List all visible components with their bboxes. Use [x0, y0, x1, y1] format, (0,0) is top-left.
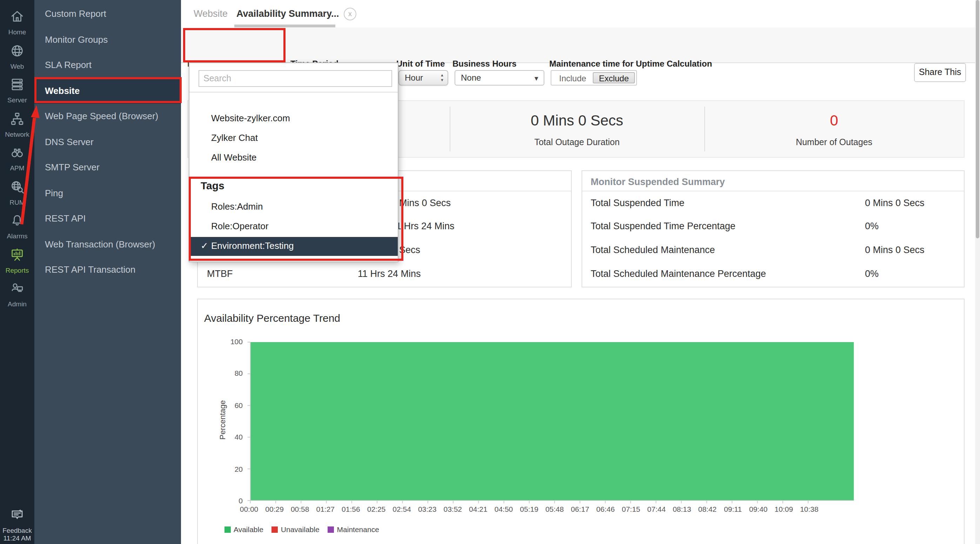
rail-item-rum[interactable]: RUM — [0, 176, 34, 209]
divider — [189, 92, 398, 92]
y-tick-label: 100 — [223, 337, 243, 346]
availability-row-label: MTBF — [207, 268, 233, 279]
suspended-row-label: Total Scheduled Maintenance — [591, 245, 715, 255]
sidebar-item-sla-report[interactable]: SLA Report — [34, 52, 181, 78]
x-tick-label: 03:52 — [440, 505, 465, 513]
rail-item-server[interactable]: Server — [0, 74, 34, 108]
rail-item-web[interactable]: Web — [0, 40, 34, 74]
dropdown-tag-item[interactable]: Roles:Admin — [189, 198, 398, 216]
rail-item-alarms[interactable]: Alarms — [0, 209, 34, 244]
x-tick-label: 04:50 — [491, 505, 516, 513]
tags-section-header: Tags — [200, 179, 224, 191]
reports-icon — [10, 247, 25, 265]
sidebar-item-monitor-groups[interactable]: Monitor Groups — [34, 27, 181, 52]
scrollbar-thumb[interactable] — [976, 0, 979, 238]
x-tick-label: 01:27 — [313, 505, 338, 513]
rail-item-label: RUM — [10, 198, 25, 206]
suspended-row-value: 0% — [865, 221, 879, 232]
share-this-button[interactable]: Share This — [914, 63, 966, 82]
vertical-scrollbar[interactable] — [975, 0, 980, 544]
sidebar-item-website[interactable]: Website — [34, 78, 181, 104]
include-toggle-option[interactable]: Include — [553, 72, 592, 83]
rail-item-apm[interactable]: APM — [0, 142, 34, 176]
dropdown-monitor-item[interactable]: Zylker Chat — [189, 129, 398, 147]
rail-item-label: APM — [10, 164, 24, 172]
rail-item-reports[interactable]: Reports — [0, 244, 34, 278]
x-tick-label: 04:21 — [465, 505, 491, 513]
x-tick-label: 09:11 — [720, 505, 745, 513]
monitors-tags-dropdown: Website-zylker.comZylker ChatAll Website… — [189, 62, 398, 262]
availability-trend-card: Availability Percentage Trend Percentage… — [197, 299, 964, 544]
rail-item-home[interactable]: Home — [0, 6, 34, 40]
stepper-icon: ▲▼ — [440, 73, 444, 83]
sidebar-item-rest-api-transaction[interactable]: REST API Transaction — [34, 257, 181, 283]
unit-of-time-select[interactable]: Hour ▲▼ — [398, 70, 448, 86]
x-tick-label: 00:58 — [287, 505, 312, 513]
sidebar-item-rest-api[interactable]: REST API — [34, 206, 181, 232]
maintenance-label: Maintenance time for Uptime Calculation — [549, 59, 712, 69]
x-tick-label: 03:23 — [415, 505, 440, 513]
clock-time: 11:24 AM — [0, 534, 34, 542]
chart-legend: AvailableUnavailableMaintenance — [224, 525, 379, 533]
divider — [582, 191, 964, 191]
close-tab-icon[interactable]: x — [344, 8, 356, 20]
sidebar-item-smtp-server[interactable]: SMTP Server — [34, 155, 181, 181]
tab-availability-summary[interactable]: Availability Summary... — [236, 0, 339, 27]
x-tick-label: 06:17 — [568, 505, 593, 513]
number-of-outages-value: 0 — [704, 112, 964, 129]
home-icon — [10, 10, 25, 27]
chart-title: Availability Percentage Trend — [204, 312, 340, 324]
sidebar-item-ping[interactable]: Ping — [34, 181, 181, 206]
legend-swatch-available — [224, 526, 231, 533]
rail-items: HomeWebServerNetworkAPMRUMAlarmsReportsA… — [0, 6, 34, 312]
legend-label: Maintenance — [337, 525, 379, 533]
icon-rail: HomeWebServerNetworkAPMRUMAlarmsReportsA… — [0, 0, 34, 544]
suspended-row-label: Total Suspended Time — [591, 198, 684, 208]
filter-bar: Monitors / Tags Environment:Testin ▾ Tim… — [181, 27, 980, 63]
rail-item-label: Admin — [8, 300, 27, 308]
suspended-row-label: Total Scheduled Maintenance Percentage — [591, 268, 766, 279]
dropdown-tag-item[interactable]: ✓Environment:Testing — [189, 237, 398, 256]
sidebar-item-web-page-speed-browser-[interactable]: Web Page Speed (Browser) — [34, 104, 181, 129]
availability-area-chart — [245, 341, 856, 505]
dropdown-monitor-item[interactable]: Website-zylker.com — [189, 109, 398, 128]
network-icon — [10, 111, 25, 129]
tab-website[interactable]: Website — [194, 0, 228, 27]
sidebar-item-dns-server[interactable]: DNS Server — [34, 129, 181, 155]
business-hours-select[interactable]: None ▼ — [455, 70, 544, 86]
search-input[interactable] — [199, 70, 392, 87]
rail-item-admin[interactable]: Admin — [0, 278, 34, 312]
suspended-row-value: 0 Mins 0 Secs — [865, 198, 924, 208]
tab-bar: Website Availability Summary... x — [181, 0, 980, 28]
feedback-icon — [10, 508, 25, 525]
rail-item-label: Alarms — [7, 232, 27, 240]
rail-item-network[interactable]: Network — [0, 108, 34, 142]
dropdown-monitor-item[interactable]: All Website — [189, 149, 398, 167]
available-area-series — [250, 342, 854, 501]
sidebar-item-custom-report[interactable]: Custom Report — [34, 2, 181, 27]
sidebar-item-web-transaction-browser-[interactable]: Web Transaction (Browser) — [34, 232, 181, 257]
maintenance-toggle: IncludeExclude — [551, 70, 637, 86]
rail-item-label: Reports — [6, 266, 29, 274]
x-tick-label: 08:42 — [695, 505, 720, 513]
x-tick-label: 00:00 — [236, 505, 262, 513]
app-window: HomeWebServerNetworkAPMRUMAlarmsReportsA… — [0, 0, 980, 544]
server-icon — [10, 78, 25, 95]
x-tick-label: 00:29 — [262, 505, 287, 513]
unit-of-time-label: Unit of Time — [396, 59, 445, 69]
legend-swatch-unavailable — [272, 526, 278, 533]
dropdown-tag-item[interactable]: Role:Operator — [189, 217, 398, 236]
admin-icon — [10, 281, 25, 299]
feedback-button[interactable]: Feedback — [0, 508, 34, 534]
rail-item-label: Home — [8, 29, 26, 36]
y-tick-label: 40 — [223, 433, 243, 441]
rum-icon — [10, 179, 25, 197]
web-icon — [10, 43, 25, 61]
y-tick-label: 60 — [223, 401, 243, 409]
availability-row-value: 11 Hrs 24 Mins — [358, 268, 421, 279]
chevron-down-icon: ▼ — [533, 76, 539, 81]
business-hours-label: Business Hours — [452, 59, 517, 69]
exclude-toggle-option[interactable]: Exclude — [592, 72, 635, 83]
x-tick-label: 07:15 — [618, 505, 644, 513]
apm-icon — [10, 146, 25, 163]
